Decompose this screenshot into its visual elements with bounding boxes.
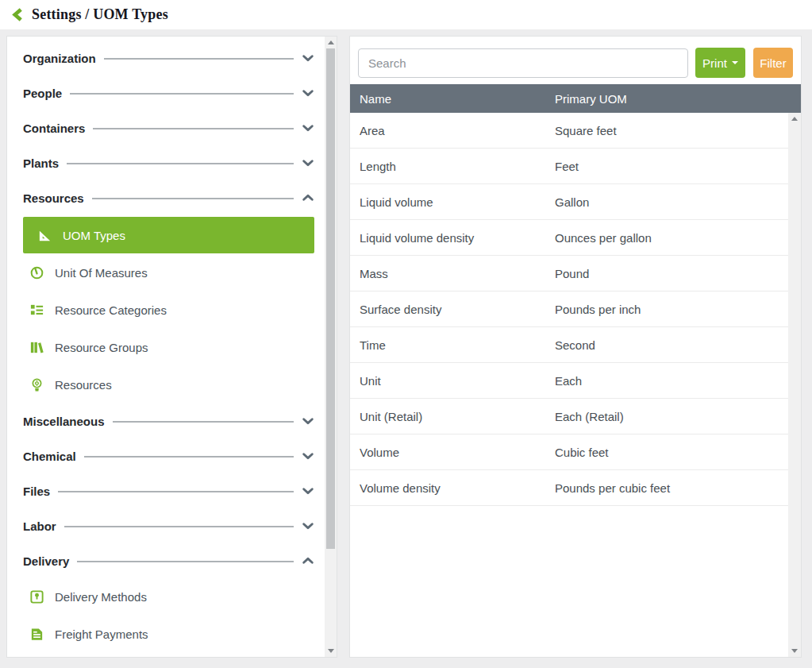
divider: [77, 561, 294, 562]
cell-name: Volume density: [350, 481, 555, 495]
cell-primary-uom: Pound: [555, 267, 589, 280]
sidebar-section-delivery[interactable]: Delivery: [23, 543, 314, 578]
divider: [113, 421, 294, 423]
print-button[interactable]: Print: [695, 48, 745, 78]
chevron-down-icon: [302, 156, 314, 169]
scrollbar-thumb[interactable]: [326, 48, 335, 549]
section-label: Labor: [23, 519, 56, 533]
chevron-up-icon: [302, 191, 314, 204]
cell-name: Time: [350, 338, 555, 352]
cell-name: Surface density: [350, 303, 555, 316]
scrollbar-up-arrow[interactable]: [788, 113, 801, 125]
sidebar-item-uom-types[interactable]: UOM Types: [23, 217, 314, 253]
section-label: Chemical: [23, 450, 76, 463]
sidebar-section-files[interactable]: Files: [23, 473, 314, 508]
sidebar-section-chemical[interactable]: Chemical: [23, 438, 314, 473]
gauge-icon: [29, 265, 44, 280]
column-header-primary-uom[interactable]: Primary UOM: [555, 92, 627, 106]
chevron-down-icon: [302, 415, 314, 427]
divider: [104, 58, 294, 60]
search-input[interactable]: [358, 48, 688, 78]
sidebar-section-containers[interactable]: Containers: [23, 110, 314, 145]
caret-down-icon: [732, 61, 738, 64]
section-label: Files: [23, 485, 50, 498]
section-label: Organization: [23, 52, 96, 65]
cell-name: Unit: [350, 374, 555, 388]
divider: [84, 456, 294, 458]
sidebar-section-organization[interactable]: Organization: [23, 41, 314, 75]
table-row[interactable]: Volume Cubic feet: [350, 434, 789, 470]
cell-name: Length: [350, 160, 555, 173]
invoice-icon: [29, 627, 44, 642]
section-label: Plants: [23, 156, 59, 170]
filter-button[interactable]: Filter: [753, 48, 793, 78]
cell-name: Liquid volume: [350, 195, 555, 209]
table-row[interactable]: Time Second: [350, 327, 789, 363]
chevron-down-icon: [302, 122, 314, 134]
divider: [58, 491, 294, 492]
cell-primary-uom: Ounces per gallon: [555, 231, 652, 245]
sidebar-item-resource-groups[interactable]: Resource Groups: [23, 329, 314, 366]
sidebar-item-delivery-methods[interactable]: Delivery Methods: [23, 578, 314, 616]
sidebar-item-resources[interactable]: Resources: [23, 366, 314, 404]
cell-primary-uom: Feet: [555, 160, 579, 173]
cell-name: Mass: [350, 267, 555, 280]
scrollbar-down-arrow[interactable]: [325, 645, 337, 657]
cell-primary-uom: Gallon: [555, 195, 589, 209]
sidebar-section-plants[interactable]: Plants: [23, 145, 314, 180]
sidebar-scrollbar[interactable]: [325, 37, 337, 657]
table-row[interactable]: Volume density Pounds per cubic feet: [350, 470, 789, 506]
table-scrollbar[interactable]: [788, 113, 801, 657]
sidebar-content: Organization People Containers Plants Re…: [7, 37, 325, 657]
sidebar-item-unit-of-measures[interactable]: Unit Of Measures: [23, 254, 314, 292]
cell-name: Area: [350, 124, 555, 137]
sidebar-section-labor[interactable]: Labor: [23, 508, 314, 543]
chevron-left-icon: [12, 8, 24, 21]
chevron-down-icon: [302, 485, 314, 497]
table-row[interactable]: Liquid volume Gallon: [350, 184, 789, 220]
sidebar-item-label: Freight Payments: [55, 627, 148, 641]
table-body: Area Square feet Length Feet Liquid volu…: [350, 113, 789, 506]
top-navigation: Settings / UOM Types: [0, 0, 812, 29]
sidebar-item-freight-payments[interactable]: Freight Payments: [23, 616, 314, 653]
sidebar-item-label: UOM Types: [63, 229, 125, 242]
uom-types-panel: Print Filter Name Primary UOM Area Squar…: [349, 36, 802, 658]
section-label: Containers: [23, 122, 85, 135]
cell-primary-uom: Cubic feet: [555, 446, 609, 459]
cell-name: Unit (Retail): [350, 410, 555, 423]
divider: [93, 128, 294, 129]
cell-name: Volume: [350, 446, 555, 459]
chevron-up-icon: [302, 554, 314, 567]
table-row[interactable]: Unit Each: [350, 363, 789, 399]
table-row[interactable]: Liquid volume density Ounces per gallon: [350, 220, 789, 256]
scrollbar-up-arrow[interactable]: [325, 37, 337, 48]
table-row[interactable]: Unit (Retail) Each (Retail): [350, 399, 789, 434]
section-label: Miscellaneous: [23, 415, 105, 428]
table-header: Name Primary UOM: [350, 84, 801, 113]
chevron-down-icon: [302, 519, 314, 532]
sidebar-item-label: Resources: [55, 378, 112, 392]
scrollbar-down-arrow[interactable]: [788, 645, 801, 657]
filter-button-label: Filter: [760, 56, 786, 70]
chevron-down-icon: [302, 450, 314, 462]
books-icon: [29, 340, 44, 355]
settings-sidebar: Organization People Containers Plants Re…: [6, 36, 337, 658]
column-header-name[interactable]: Name: [350, 92, 555, 106]
sidebar-item-label: Resource Categories: [55, 303, 167, 317]
cell-primary-uom: Square feet: [555, 124, 617, 137]
back-button[interactable]: [10, 8, 25, 22]
table-row[interactable]: Length Feet: [350, 149, 789, 184]
table-row[interactable]: Area Square feet: [350, 113, 789, 149]
set-square-icon: [37, 228, 52, 243]
divider: [64, 526, 294, 527]
table-row[interactable]: Surface density Pounds per inch: [350, 292, 789, 327]
sidebar-section-miscellaneous[interactable]: Miscellaneous: [23, 404, 314, 438]
sidebar-item-resource-categories[interactable]: Resource Categories: [23, 292, 314, 329]
sidebar-item-label: Delivery Methods: [55, 590, 147, 604]
section-label: Delivery: [23, 554, 69, 568]
sidebar-section-people[interactable]: People: [23, 75, 314, 110]
table-row[interactable]: Mass Pound: [350, 256, 789, 292]
sidebar-section-resources[interactable]: Resources: [23, 180, 314, 215]
cell-primary-uom: Pounds per inch: [555, 303, 641, 316]
map-pin-icon: [29, 589, 44, 604]
